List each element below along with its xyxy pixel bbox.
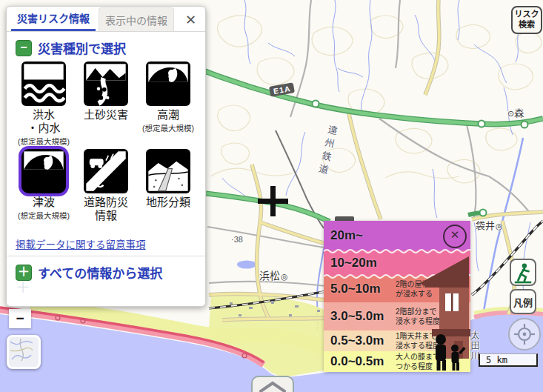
disaster-icon-grid: 洪水・内水 (想定最大規模) 土砂災害 高潮 (想定最大規模: [7, 62, 205, 235]
landslide-icon[interactable]: [84, 62, 128, 106]
panel-close-icon[interactable]: ✕: [181, 9, 201, 31]
town-symbol: ⊙: [507, 109, 514, 118]
collapse-panel-button[interactable]: [251, 376, 294, 392]
legend-row: 5.0~10m 2階の屋根以上が浸水する: [324, 276, 470, 302]
storm-surge-icon[interactable]: [146, 62, 190, 106]
tsunami-icon[interactable]: [21, 149, 66, 193]
legend-row: 0.5~3.0m 1階天井まで浸水する程度: [324, 330, 470, 351]
legend-row: 3.0~5.0m 2階部分まで浸水する程度: [324, 302, 470, 330]
zoom-in-icon-faint: ＋: [16, 276, 30, 297]
map-label-mori: ⊙森: [507, 105, 524, 119]
collapse-minus-icon[interactable]: −: [16, 40, 32, 56]
tsunami-depth-legend: 20m~ ✕ 10~20m 5.0~10m 2階の屋根以上が浸水する 3.0~5…: [324, 221, 470, 372]
flood-icon[interactable]: [21, 62, 66, 106]
map-scale-bar: 5 km: [479, 353, 538, 367]
legend-toggle-button[interactable]: 凡例: [510, 289, 536, 314]
disaster-icon-landslide[interactable]: 土砂災害: [75, 62, 137, 147]
zoom-out-button[interactable]: −: [9, 309, 31, 328]
disaster-icon-flood[interactable]: 洪水・内水 (想定最大規模): [13, 62, 75, 147]
landform-icon[interactable]: [146, 149, 190, 193]
legend-row: 10~20m: [324, 250, 470, 276]
divider: [7, 256, 205, 256]
panel-tab-bar: 災害リスク情報 表示中の情報 ✕: [7, 7, 205, 32]
risk-search-button[interactable]: リスク 検索: [511, 6, 542, 34]
section-title: すべての情報から選択: [38, 263, 162, 282]
tab-displayed-info[interactable]: 表示中の情報: [99, 7, 174, 31]
running-person-icon: [513, 262, 533, 284]
evacuation-site-button[interactable]: [510, 259, 536, 286]
chevron-up-icon: [256, 380, 289, 392]
city-symbol: ◎: [281, 272, 288, 281]
legend-row: 0.0~0.5m 大人の膝までつかる程度: [324, 351, 470, 372]
map-label-elevation: ·38: [231, 235, 243, 244]
disaster-risk-panel: 災害リスク情報 表示中の情報 ✕ − 災害種別で選択 洪水・内水 (想定最大規模…: [6, 6, 206, 307]
disaster-icon-storm-surge[interactable]: 高潮 (想定最大規模): [137, 62, 199, 147]
road-disaster-icon[interactable]: [84, 149, 128, 193]
section-all-info: ＋ すべての情報から選択: [16, 263, 196, 282]
map-label-hamamatsu: 浜松◎: [259, 268, 288, 282]
section-disaster-type: − 災害種別で選択: [16, 39, 196, 57]
current-location-button[interactable]: [508, 318, 541, 351]
pond: [237, 261, 256, 269]
section-title: 災害種別で選択: [38, 39, 126, 57]
disaster-icon-road-info[interactable]: 道路防災情報: [75, 149, 137, 235]
map-label-fukuroi: 袋井◎: [476, 218, 503, 232]
overview-minimap-button[interactable]: [7, 335, 41, 369]
legend-row: 20m~ ✕: [324, 221, 470, 250]
disaster-icon-tsunami[interactable]: 津波 (想定最大規模): [13, 149, 75, 235]
city-symbol: ◎: [496, 222, 503, 230]
gps-crosshair-icon: [513, 323, 536, 345]
data-notes-link[interactable]: 掲載データに関する留意事項: [16, 236, 196, 251]
legend-close-icon[interactable]: ✕: [443, 225, 467, 248]
disaster-icon-landform[interactable]: 地形分類: [137, 149, 199, 235]
minimap-thumbnail: [9, 337, 34, 362]
tab-disaster-risk-info[interactable]: 災害リスク情報: [11, 6, 96, 31]
